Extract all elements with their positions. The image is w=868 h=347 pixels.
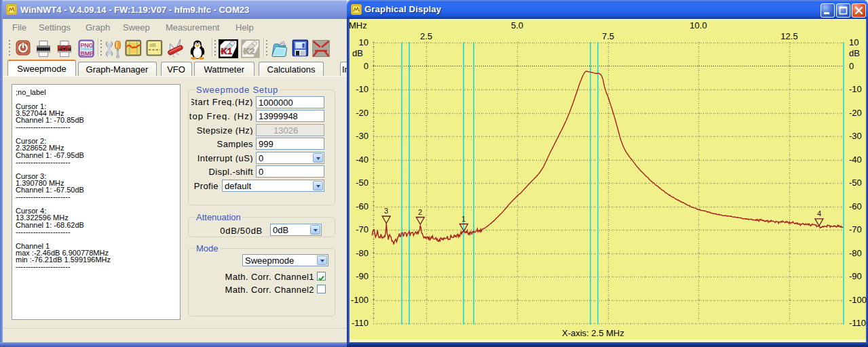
svg-text:dB: dB: [150, 42, 156, 48]
svg-text:PDF: PDF: [58, 44, 72, 52]
svg-text:K1: K1: [221, 46, 233, 56]
svg-text:BMP: BMP: [81, 50, 94, 57]
svg-text:K2: K2: [244, 46, 255, 56]
svg-text:PNG: PNG: [81, 42, 94, 49]
